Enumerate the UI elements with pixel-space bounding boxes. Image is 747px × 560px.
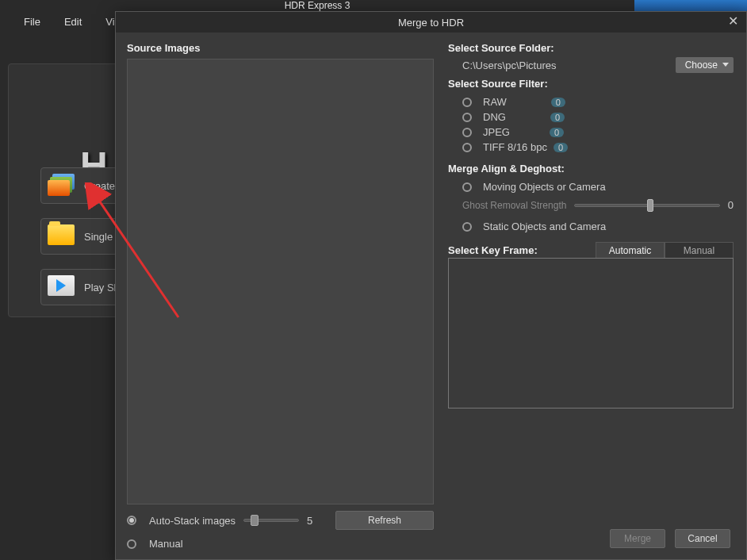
ghost-removal-slider[interactable]	[574, 204, 719, 207]
filter-dng-row: DNG 0	[462, 111, 734, 123]
filter-tiff-row: TIFF 8/16 bpc 0	[462, 141, 734, 153]
close-icon[interactable]: ✕	[726, 15, 740, 29]
filter-jpeg-label: JPEG	[483, 126, 510, 138]
filter-raw-row: RAW 0	[462, 96, 734, 108]
static-objects-label: Static Objects and Camera	[483, 221, 606, 232]
filter-jpeg-count: 0	[550, 128, 564, 137]
main-window-title: HDR Express 3	[0, 0, 634, 11]
filter-raw-count: 0	[551, 98, 565, 107]
manual-stack-label: Manual	[149, 538, 183, 550]
choose-folder-button[interactable]: Choose	[676, 57, 734, 73]
keyframe-preview	[448, 258, 734, 408]
refresh-button[interactable]: Refresh	[335, 511, 434, 530]
auto-stack-value: 5	[307, 515, 312, 527]
filter-dng-radio[interactable]	[462, 113, 472, 122]
auto-stack-radio[interactable]	[127, 516, 136, 525]
menu-edit[interactable]: Edit	[64, 16, 82, 28]
filter-raw-label: RAW	[483, 96, 507, 108]
play-icon	[48, 275, 76, 299]
keyframe-label: Select Key Frame:	[448, 244, 538, 256]
photos-icon	[48, 174, 76, 198]
moving-objects-radio[interactable]	[462, 182, 472, 192]
merge-button[interactable]: Merge	[610, 529, 665, 548]
filter-dng-label: DNG	[483, 111, 506, 123]
menu-file[interactable]: File	[24, 16, 40, 28]
filter-dng-count: 0	[550, 113, 565, 122]
menu-view[interactable]: Vi	[105, 16, 114, 28]
filter-raw-radio[interactable]	[462, 98, 472, 107]
filter-tiff-count: 0	[554, 143, 568, 152]
ghost-removal-label: Ghost Removal Strength	[462, 200, 566, 211]
right-pane: Select Source Folder: C:\Users\pc\Pictur…	[445, 33, 746, 559]
manual-stack-radio[interactable]	[127, 539, 136, 549]
source-images-list[interactable]	[127, 59, 434, 504]
tab-manual[interactable]: Manual	[665, 242, 734, 258]
auto-stack-slider[interactable]	[243, 519, 299, 522]
auto-stack-label: Auto-Stack images	[149, 515, 236, 527]
dialog-titlebar: Merge to HDR ✕	[116, 12, 746, 33]
cancel-button[interactable]: Cancel	[675, 529, 730, 548]
dialog-title: Merge to HDR	[398, 17, 464, 29]
filter-tiff-radio[interactable]	[462, 143, 472, 152]
merge-hdr-dialog: Merge to HDR ✕ Source Images Auto-Stack …	[115, 11, 747, 560]
source-filter-label: Select Source Filter:	[448, 78, 734, 90]
left-pane: Source Images Auto-Stack images 5 Refres…	[116, 33, 445, 559]
moving-objects-label: Moving Objects or Camera	[483, 181, 606, 193]
source-images-label: Source Images	[127, 42, 434, 54]
filter-tiff-label: TIFF 8/16 bpc	[483, 141, 547, 153]
source-folder-label: Select Source Folder:	[448, 42, 554, 54]
source-folder-path: C:\Users\pc\Pictures	[462, 59, 556, 71]
merge-align-label: Merge Align & Deghost:	[448, 163, 734, 175]
static-objects-radio[interactable]	[462, 222, 472, 232]
filter-jpeg-radio[interactable]	[462, 128, 472, 137]
ghost-removal-value: 0	[728, 199, 734, 211]
tab-automatic[interactable]: Automatic	[596, 242, 665, 258]
folder-icon	[48, 224, 76, 248]
filter-jpeg-row: JPEG 0	[462, 126, 734, 138]
